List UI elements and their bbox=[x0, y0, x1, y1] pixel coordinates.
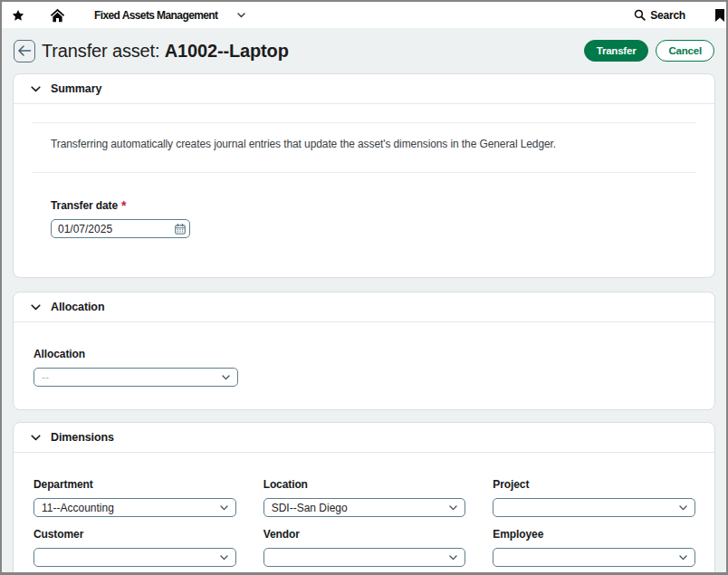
location-label: Location bbox=[263, 478, 466, 491]
top-navigation-bar: Fixed Assets Management Search bbox=[2, 2, 726, 28]
collapse-chevron-down-icon bbox=[31, 435, 41, 441]
transfer-button[interactable]: Transfer bbox=[584, 40, 649, 62]
customer-field: Customer bbox=[34, 528, 236, 567]
bookmark-icon[interactable] bbox=[715, 9, 724, 22]
location-select-value: SDI--San Diego bbox=[272, 502, 450, 514]
page-title: Transfer asset: A1002--Laptop bbox=[42, 41, 289, 62]
asset-name: A1002--Laptop bbox=[165, 41, 289, 61]
allocation-section: Allocation Allocation -- bbox=[13, 292, 715, 410]
summary-divider-top bbox=[32, 122, 696, 123]
product-menu-chevron-down-icon[interactable] bbox=[237, 13, 245, 18]
allocation-body: Allocation -- bbox=[14, 348, 714, 409]
department-select[interactable]: 11--Accounting bbox=[34, 498, 236, 517]
customer-label: Customer bbox=[34, 528, 236, 541]
favorites-star-icon[interactable] bbox=[12, 9, 24, 22]
select-chevron-down-icon bbox=[220, 555, 228, 561]
select-chevron-down-icon bbox=[449, 555, 457, 561]
allocation-select-value: -- bbox=[42, 371, 222, 384]
dimensions-section: Dimensions Department 11--Accounting Loc… bbox=[13, 422, 715, 572]
employee-label: Employee bbox=[493, 528, 695, 541]
summary-section: Summary Transferring automatically creat… bbox=[13, 73, 715, 278]
required-asterisk: * bbox=[121, 198, 126, 213]
allocation-select[interactable]: -- bbox=[34, 368, 238, 387]
department-select-value: 11--Accounting bbox=[42, 502, 220, 514]
arrow-left-icon bbox=[17, 44, 32, 57]
vendor-field: Vendor bbox=[263, 528, 466, 567]
project-field: Project bbox=[493, 478, 695, 517]
summary-section-title: Summary bbox=[51, 82, 101, 95]
customer-select[interactable] bbox=[34, 548, 236, 567]
cancel-button[interactable]: Cancel bbox=[656, 40, 714, 62]
vendor-label: Vendor bbox=[263, 528, 466, 541]
select-chevron-down-icon bbox=[679, 555, 687, 561]
project-label: Project bbox=[493, 478, 695, 491]
summary-section-header[interactable]: Summary bbox=[14, 74, 714, 104]
dimensions-grid: Department 11--Accounting Location SDI--… bbox=[34, 460, 695, 567]
allocation-section-title: Allocation bbox=[51, 301, 104, 313]
transfer-date-input[interactable] bbox=[58, 223, 175, 235]
summary-bottom-spacer bbox=[14, 238, 714, 277]
summary-message: Transferring automatically creates journ… bbox=[51, 138, 696, 150]
project-select[interactable] bbox=[493, 498, 695, 517]
allocation-section-header[interactable]: Allocation bbox=[14, 292, 714, 322]
calendar-icon bbox=[175, 224, 186, 235]
summary-divider-bottom bbox=[32, 172, 696, 173]
select-chevron-down-icon bbox=[679, 505, 687, 511]
location-field: Location SDI--San Diego bbox=[263, 478, 466, 517]
dimensions-section-header[interactable]: Dimensions bbox=[14, 423, 714, 453]
vendor-select[interactable] bbox=[263, 548, 466, 567]
collapse-chevron-down-icon bbox=[31, 86, 41, 92]
search-label: Search bbox=[650, 9, 685, 22]
dimensions-section-title: Dimensions bbox=[51, 431, 114, 444]
app-window: Fixed Assets Management Search Transfer … bbox=[0, 0, 728, 575]
page-header: Transfer asset: A1002--Laptop Transfer C… bbox=[13, 39, 715, 62]
department-label: Department bbox=[34, 478, 236, 491]
location-select[interactable]: SDI--San Diego bbox=[263, 498, 466, 517]
allocation-label: Allocation bbox=[34, 348, 696, 360]
page-content: Transfer asset: A1002--Laptop Transfer C… bbox=[2, 28, 726, 572]
collapse-chevron-down-icon bbox=[31, 304, 41, 311]
transfer-date-field: Transfer date* bbox=[51, 196, 696, 238]
select-chevron-down-icon bbox=[222, 375, 230, 380]
employee-select[interactable] bbox=[493, 548, 695, 567]
search-button[interactable]: Search bbox=[634, 9, 685, 22]
product-name: Fixed Assets Management bbox=[94, 9, 217, 22]
department-field: Department 11--Accounting bbox=[34, 478, 236, 517]
select-chevron-down-icon bbox=[449, 505, 457, 511]
transfer-date-label: Transfer date bbox=[51, 199, 118, 212]
home-icon[interactable] bbox=[50, 8, 65, 23]
employee-field: Employee bbox=[493, 528, 695, 567]
page-title-prefix: Transfer asset: bbox=[42, 41, 165, 61]
transfer-date-input-wrapper bbox=[51, 219, 190, 238]
magnifier-icon bbox=[634, 9, 646, 21]
select-chevron-down-icon bbox=[220, 505, 228, 511]
dimensions-body: Department 11--Accounting Location SDI--… bbox=[14, 453, 714, 572]
back-button[interactable] bbox=[14, 40, 35, 62]
